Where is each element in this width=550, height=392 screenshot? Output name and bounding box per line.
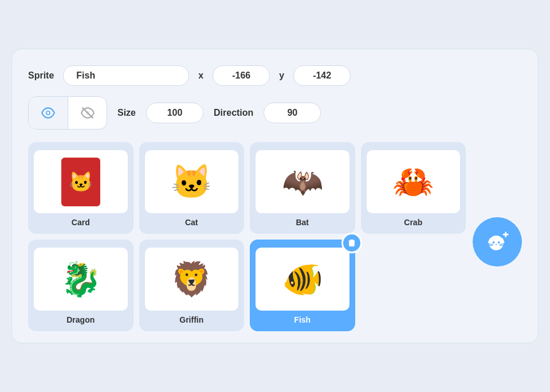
sprite-label-bat: Bat bbox=[296, 218, 309, 227]
show-button[interactable] bbox=[29, 97, 68, 129]
bat-emoji: 🦇 bbox=[282, 165, 323, 198]
sprite-label-cat: Cat bbox=[185, 218, 198, 227]
svg-point-10 bbox=[498, 241, 500, 244]
sprite-card-dragon[interactable]: 🐉 Dragon bbox=[28, 240, 133, 331]
sprite-img-card: 🐱 bbox=[34, 150, 128, 213]
sprite-label: Sprite bbox=[28, 70, 54, 81]
direction-input[interactable] bbox=[264, 103, 321, 123]
sprite-grid-area: 🐱 Card 🐱 Cat 🦇 Bat 🦀 bbox=[28, 142, 522, 331]
sprite-panel: Sprite x y bbox=[11, 49, 539, 343]
sprite-label-griffin: Griffin bbox=[179, 315, 203, 324]
sprite-img-bat: 🦇 bbox=[256, 150, 349, 213]
delete-sprite-button[interactable] bbox=[341, 233, 362, 253]
eye-icon bbox=[41, 105, 56, 120]
sprite-img-cat: 🐱 bbox=[145, 150, 239, 213]
y-label: y bbox=[279, 70, 284, 81]
eye-slash-icon bbox=[80, 105, 95, 120]
x-input[interactable] bbox=[213, 65, 270, 86]
sprite-label-card: Card bbox=[72, 218, 90, 227]
hide-button[interactable] bbox=[68, 97, 107, 129]
size-input[interactable] bbox=[146, 103, 203, 123]
cat-emoji: 🐱 bbox=[171, 165, 212, 198]
sprite-grid: 🐱 Card 🐱 Cat 🦇 Bat 🦀 bbox=[28, 142, 466, 331]
sprite-label-crab: Crab bbox=[404, 218, 422, 227]
top-row: Sprite x y bbox=[28, 65, 522, 86]
svg-point-11 bbox=[496, 244, 497, 245]
sprite-label-dragon: Dragon bbox=[66, 315, 95, 324]
dragon-emoji: 🐉 bbox=[60, 262, 101, 296]
sprite-card-bat[interactable]: 🦇 Bat bbox=[250, 142, 355, 234]
svg-point-9 bbox=[493, 241, 495, 244]
trash-icon bbox=[347, 238, 357, 248]
sprite-card-fish[interactable]: 🐠 Fish bbox=[250, 240, 355, 331]
second-row: Size Direction bbox=[28, 96, 522, 130]
svg-point-3 bbox=[86, 111, 89, 114]
visibility-toggle bbox=[28, 96, 107, 130]
fish-emoji: 🐠 bbox=[282, 262, 323, 296]
x-label: x bbox=[198, 70, 203, 81]
y-input[interactable] bbox=[293, 65, 351, 86]
card-image: 🐱 bbox=[61, 158, 100, 206]
crab-emoji: 🦀 bbox=[392, 165, 434, 198]
size-label: Size bbox=[117, 108, 136, 118]
sprite-card-card[interactable]: 🐱 Card bbox=[28, 142, 133, 234]
sprite-card-griffin[interactable]: 🦁 Griffin bbox=[139, 240, 245, 331]
sprite-img-fish: 🐠 bbox=[256, 248, 349, 311]
svg-point-1 bbox=[47, 112, 49, 114]
sprite-img-griffin: 🦁 bbox=[145, 248, 239, 311]
sprite-card-crab[interactable]: 🦀 Crab bbox=[361, 142, 466, 234]
add-sprite-button[interactable] bbox=[473, 217, 522, 266]
sprite-card-cat[interactable]: 🐱 Cat bbox=[139, 142, 245, 234]
sprite-label-fish: Fish bbox=[294, 315, 311, 324]
sprite-img-crab: 🦀 bbox=[367, 150, 461, 213]
direction-label: Direction bbox=[214, 108, 253, 118]
sprite-name-input[interactable] bbox=[63, 65, 189, 86]
griffin-emoji: 🦁 bbox=[171, 262, 212, 296]
sprite-img-dragon: 🐉 bbox=[34, 248, 128, 311]
add-sprite-icon bbox=[485, 229, 510, 254]
